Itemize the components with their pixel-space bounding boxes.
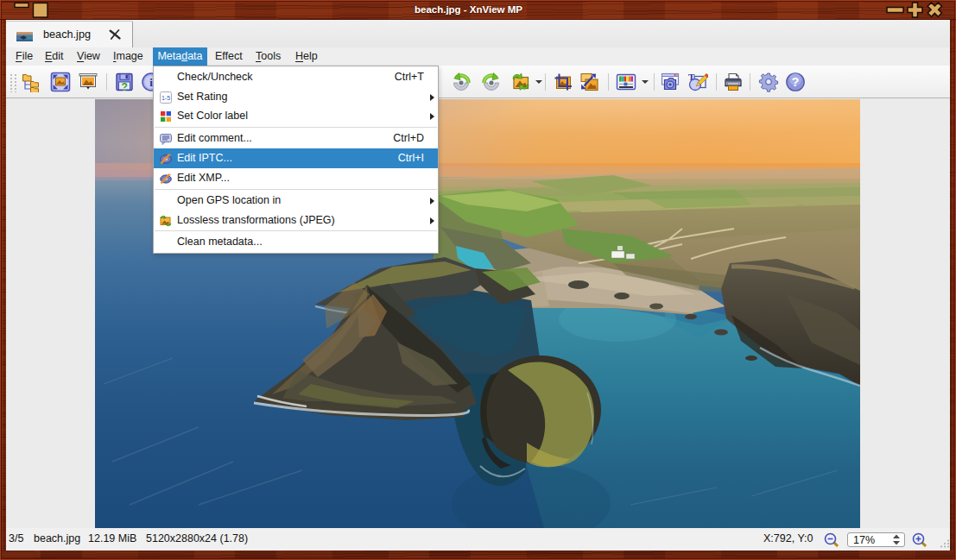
svg-text:1-5: 1-5 (161, 95, 170, 101)
svg-text:?: ? (792, 75, 800, 89)
svg-text:?: ? (122, 81, 128, 93)
